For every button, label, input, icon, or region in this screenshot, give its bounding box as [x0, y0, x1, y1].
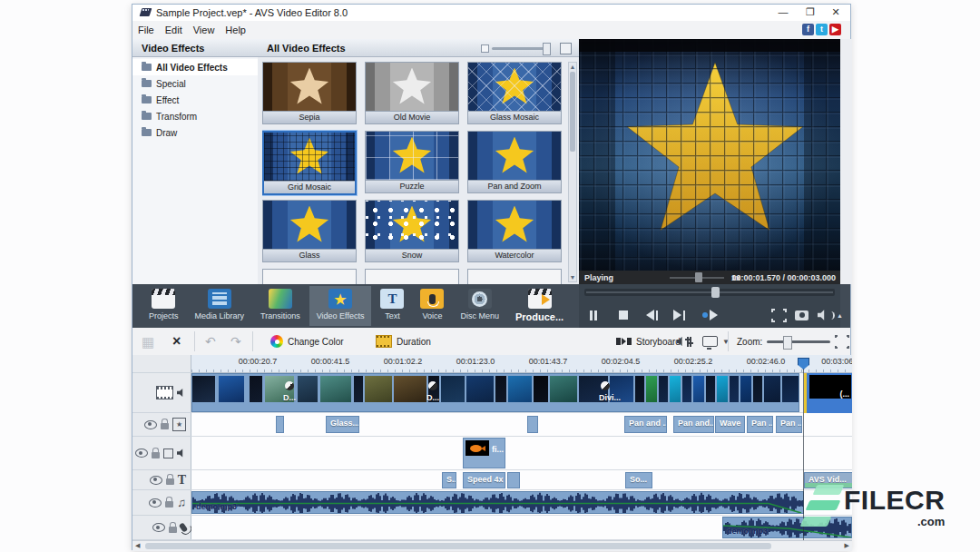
- pause-button[interactable]: [590, 308, 597, 322]
- lock-icon[interactable]: [169, 527, 177, 533]
- youtube-icon[interactable]: ▶: [829, 24, 841, 35]
- effect-card-partial[interactable]: [467, 269, 562, 284]
- undo-button[interactable]: ↶: [205, 328, 216, 355]
- change-color-button[interactable]: Change Color: [270, 328, 344, 355]
- minimize-button[interactable]: —: [772, 5, 794, 19]
- scroll-up-icon[interactable]: ▲: [569, 64, 576, 70]
- overlay-track[interactable]: fi...: [191, 437, 852, 470]
- effect-card-glass[interactable]: Glass: [262, 200, 357, 262]
- effects-scrollbar[interactable]: ▲ ▼: [568, 62, 577, 282]
- track-header-effects[interactable]: ★: [132, 413, 191, 437]
- tab-video-effects[interactable]: ★Video Effects: [309, 286, 372, 326]
- tree-item-all-video-effects[interactable]: All Video Effects: [132, 59, 258, 75]
- eye-icon[interactable]: [135, 448, 148, 458]
- hscroll-thumb[interactable]: [145, 543, 771, 549]
- effect-clip[interactable]: [527, 416, 538, 433]
- lock-icon[interactable]: [165, 501, 173, 508]
- maximize-button[interactable]: ❐: [799, 5, 821, 19]
- transition-label[interactable]: D...: [426, 393, 439, 402]
- track-header-text[interactable]: T: [132, 470, 191, 490]
- tab-transitions[interactable]: Transitions: [253, 286, 308, 326]
- snapshot-icon[interactable]: [795, 308, 808, 322]
- eye-icon[interactable]: [144, 420, 157, 429]
- effect-card-glass-mosaic[interactable]: Glass Mosaic: [467, 62, 562, 124]
- zoom-control[interactable]: Zoom:: [737, 328, 849, 355]
- tree-item-transform[interactable]: Transform: [132, 108, 258, 124]
- effect-card-sepia[interactable]: Sepia: [262, 62, 357, 124]
- scrollbar-thumb[interactable]: [570, 72, 575, 152]
- play-button[interactable]: [702, 308, 718, 322]
- effect-card-partial[interactable]: [262, 269, 357, 284]
- effect-clip[interactable]: Pan ...: [776, 416, 802, 433]
- lock-icon[interactable]: [166, 478, 174, 485]
- lock-icon[interactable]: [152, 452, 160, 458]
- scroll-left-icon[interactable]: ◀: [135, 542, 140, 549]
- tab-produce[interactable]: Produce...: [508, 286, 571, 326]
- twitter-icon[interactable]: t: [816, 24, 828, 35]
- scroll-right-icon[interactable]: ▶: [845, 542, 849, 549]
- tab-voice[interactable]: Voice: [413, 286, 451, 326]
- audio-clip[interactable]: demo.mp3: [191, 491, 804, 514]
- transition-label[interactable]: D...: [283, 393, 296, 402]
- panel-collapse-button[interactable]: [560, 43, 572, 54]
- tree-item-effect[interactable]: Effect: [132, 92, 258, 108]
- transition-label[interactable]: Divi...: [599, 393, 621, 402]
- text-clip[interactable]: So...: [625, 472, 652, 488]
- slider-track[interactable]: [492, 47, 548, 50]
- zoom-slider[interactable]: [767, 340, 830, 343]
- menu-edit[interactable]: Edit: [160, 22, 188, 38]
- effect-clip[interactable]: Pan and ...: [624, 416, 667, 433]
- redo-button[interactable]: ↷: [230, 328, 241, 355]
- tab-text[interactable]: TText: [373, 286, 411, 326]
- eye-icon[interactable]: [150, 476, 162, 485]
- effect-clip[interactable]: [276, 416, 284, 433]
- overlay-clip[interactable]: fi...: [463, 438, 505, 468]
- text-clip[interactable]: Speed 4x: [463, 472, 505, 488]
- tab-media-library[interactable]: Media Library: [188, 286, 252, 326]
- slider-handle[interactable]: [543, 43, 551, 55]
- delete-button[interactable]: ×: [172, 328, 181, 355]
- display-mode-button[interactable]: ▼: [702, 328, 730, 355]
- eye-icon[interactable]: [149, 498, 162, 508]
- speed-slider-handle[interactable]: [695, 272, 702, 282]
- track-header-voice[interactable]: [132, 516, 191, 540]
- text-track[interactable]: S...Speed 4xSo...AVS Vid...: [191, 470, 852, 490]
- scroll-down-icon[interactable]: ▼: [569, 274, 576, 281]
- zoom-slider-handle[interactable]: [783, 336, 792, 350]
- effects-track[interactable]: Glass...Pan and ...Pan and...WavePan ...…: [191, 413, 852, 437]
- tree-item-special[interactable]: Special: [132, 75, 258, 92]
- storyboard-button[interactable]: Storyboard: [616, 328, 681, 355]
- effect-card-watercolor[interactable]: Watercolor: [467, 200, 562, 262]
- text-clip[interactable]: S...: [442, 472, 456, 488]
- voice-track[interactable]: demo.mp3: [191, 516, 852, 540]
- effect-clip[interactable]: Glass...: [326, 416, 359, 433]
- effect-clip[interactable]: Pan ...: [747, 416, 773, 433]
- track-header-video[interactable]: [132, 373, 191, 413]
- menu-file[interactable]: File: [132, 22, 160, 38]
- seek-bar[interactable]: [584, 289, 835, 296]
- selected-video-clip[interactable]: (...: [804, 373, 852, 413]
- fullscreen-icon[interactable]: [771, 308, 787, 322]
- lock-icon[interactable]: [161, 423, 169, 429]
- effect-clip[interactable]: Pan and...: [673, 416, 714, 433]
- effect-card-pan-and-zoom[interactable]: Pan and Zoom: [467, 131, 562, 193]
- track-header-audio[interactable]: ♫: [132, 490, 191, 516]
- effect-clip[interactable]: Wave: [715, 416, 745, 433]
- timeline-ruler[interactable]: 00:00:20.700:00:41.500:01:02.200:01:23.0…: [191, 355, 852, 373]
- menu-view[interactable]: View: [188, 22, 220, 38]
- effect-card-puzzle[interactable]: Puzzle: [365, 131, 459, 193]
- audio-track[interactable]: demo.mp3: [191, 490, 852, 516]
- effect-card-partial[interactable]: [365, 269, 459, 284]
- grid-view-button[interactable]: ▦: [142, 328, 154, 355]
- tree-item-draw[interactable]: Draw: [132, 124, 258, 141]
- effect-card-snow[interactable]: Snow: [365, 200, 459, 262]
- video-track[interactable]: D...D...Divi...(...: [191, 373, 852, 413]
- menu-help[interactable]: Help: [220, 22, 251, 38]
- fit-timeline-icon[interactable]: [835, 335, 849, 349]
- previous-frame-button[interactable]: [646, 308, 658, 322]
- text-clip[interactable]: [507, 472, 520, 488]
- effect-card-old-movie[interactable]: Old Movie: [365, 62, 459, 124]
- track-header-overlay[interactable]: [132, 437, 191, 470]
- next-frame-button[interactable]: [673, 308, 685, 322]
- audio-mixer-button[interactable]: [677, 328, 691, 355]
